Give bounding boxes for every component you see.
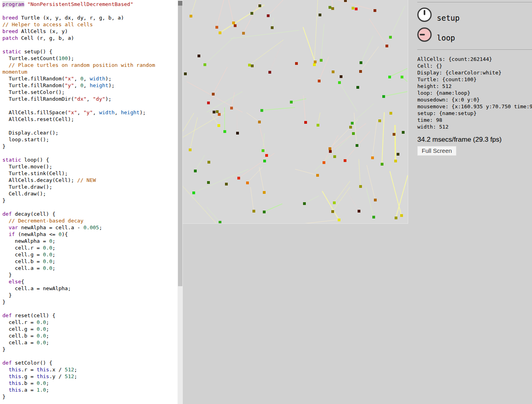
code-line: if (newAlpha <= 0){ [2, 231, 178, 238]
code-line: cell.r = 0.0; [2, 319, 178, 326]
turtle-trail [237, 114, 237, 133]
turtle [260, 109, 263, 112]
turtle [246, 182, 249, 184]
turtle [304, 121, 307, 124]
code-line: Turtle.fillRandomDir("dx", "dy"); [2, 96, 178, 102]
fullscreen-button[interactable]: Full Screen [417, 146, 456, 156]
turtle [332, 70, 334, 73]
loop-button-label[interactable]: loop [437, 34, 455, 42]
code-line [2, 150, 178, 156]
turtle-graphics [183, 0, 408, 223]
turtle [258, 121, 261, 123]
turtle [250, 12, 253, 15]
debug-line: height: 512 [417, 83, 532, 90]
turtle [215, 26, 218, 29]
turtle [234, 24, 237, 27]
code-line: Turtle.move(); [2, 163, 178, 170]
turtle [252, 210, 255, 213]
turtle [268, 71, 271, 74]
turtle [265, 154, 268, 157]
turtle-trail [249, 40, 284, 65]
code-line: } [2, 197, 178, 204]
code-line: AllCells.reset(Cell); [2, 116, 178, 123]
turtle [329, 150, 332, 153]
turtle [352, 132, 355, 135]
setup-control: setup [417, 8, 460, 22]
code-line: breed Turtle (x, y, dx, dy, r, g, b, a) [2, 14, 178, 21]
turtle [203, 63, 206, 66]
code-line: program "NonPersistentSmellDecrementBase… [2, 1, 178, 8]
code-line: } [2, 143, 178, 150]
debug-line: Turtle: {count:100} [417, 76, 532, 83]
code-line: } [2, 346, 178, 353]
code-editor[interactable]: program "NonPersistentSmellDecrementBase… [0, 0, 178, 404]
turtle [207, 101, 210, 104]
turtle [349, 126, 352, 129]
turtle [356, 144, 358, 147]
turtle [359, 185, 362, 188]
turtle-trail [383, 92, 407, 96]
code-line: } [2, 292, 178, 299]
turtle-trail [390, 6, 405, 37]
scrollbar-up-button[interactable] [178, 1, 182, 6]
turtle [374, 9, 376, 12]
code-line: patch Cell (r, g, b, a) [2, 35, 178, 41]
setup-dial-button[interactable] [417, 8, 432, 22]
dial-hand-icon [420, 34, 425, 35]
performance-stats: 34.2 msecs/frame (29.3 fps) [417, 136, 502, 144]
simulation-canvas[interactable] [183, 0, 408, 224]
turtle [207, 161, 210, 164]
code-line: newAlpha = 0; [2, 238, 178, 244]
turtle [248, 64, 251, 66]
turtle [360, 61, 362, 64]
scrollbar-thumb[interactable] [178, 6, 182, 286]
turtle-trail [361, 36, 373, 62]
code-line: else{ [2, 278, 178, 285]
turtle [351, 122, 354, 125]
code-line: // Decrement-based decay [2, 217, 178, 224]
turtle [190, 15, 192, 18]
turtle-trail [389, 68, 407, 77]
turtle [262, 149, 264, 152]
loop-dial-button[interactable] [417, 27, 432, 42]
code-line: Cell.draw(); [2, 190, 178, 197]
turtle-trail [314, 0, 318, 64]
turtle-trail [303, 27, 315, 62]
code-line: this.a = 1.0; [2, 386, 178, 393]
turtle [271, 26, 274, 29]
turtle [358, 210, 360, 213]
turtle [314, 61, 317, 63]
turtle-trail [229, 0, 233, 23]
turtle-trail [263, 133, 264, 150]
turtle [329, 6, 331, 9]
turtle-trail [395, 125, 395, 161]
turtle [218, 113, 221, 116]
turtle-trail [191, 0, 196, 16]
turtle [295, 62, 298, 65]
turtle [263, 191, 266, 194]
code-line: // Place turtles on random position with… [2, 62, 178, 68]
turtle [395, 217, 397, 219]
code-line: cell.b = 0.0; [2, 258, 178, 265]
debug-line: setup: {name:setup} [417, 110, 532, 117]
turtle [329, 147, 331, 150]
turtle [198, 55, 200, 57]
turtle [317, 124, 319, 127]
turtle [263, 211, 266, 213]
turtle [338, 81, 341, 84]
turtle-trail [390, 171, 401, 215]
turtle-trail [382, 112, 384, 164]
turtle-trail [272, 18, 274, 27]
turtle [371, 156, 374, 159]
code-line: this.r = this.x / 512; [2, 366, 178, 373]
turtle-trail [339, 82, 357, 111]
turtle [323, 161, 325, 164]
setup-button-label[interactable]: setup [437, 14, 460, 22]
editor-scrollbar[interactable] [178, 0, 183, 404]
turtle [333, 201, 336, 204]
turtle-trail [342, 183, 359, 211]
turtle-trail [183, 113, 194, 131]
turtle-trail [217, 0, 224, 27]
turtle [400, 214, 403, 217]
turtle [313, 63, 316, 66]
